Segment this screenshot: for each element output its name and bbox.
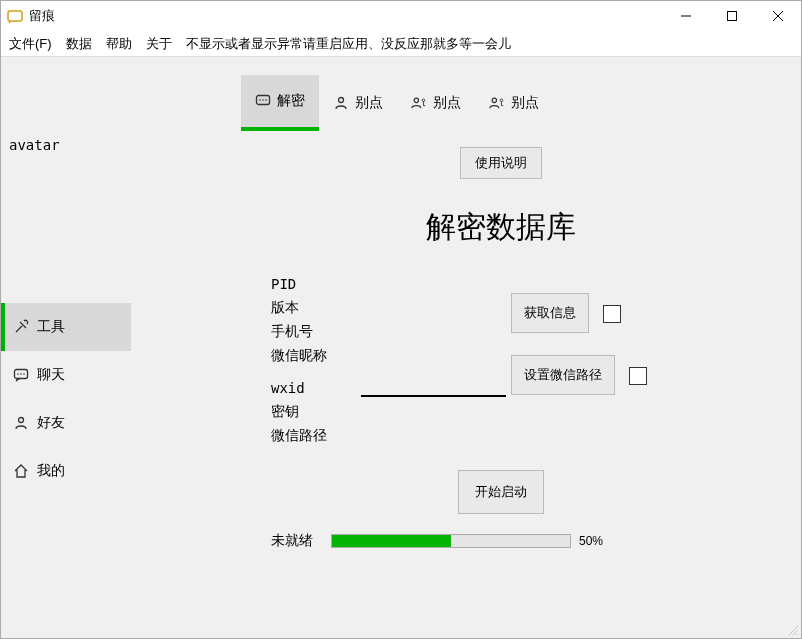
person-icon: [333, 95, 349, 111]
progress-percent: 50%: [579, 534, 603, 548]
home-icon: [13, 463, 29, 479]
window-title: 留痕: [29, 7, 663, 25]
tools-icon: [13, 319, 29, 335]
svg-point-8: [23, 373, 25, 375]
menu-file[interactable]: 文件(F): [9, 35, 52, 53]
label-version: 版本: [271, 299, 361, 317]
set-path-checkbox[interactable]: [629, 367, 647, 385]
svg-rect-2: [728, 12, 737, 21]
menu-help[interactable]: 帮助: [106, 35, 132, 53]
svg-line-21: [797, 634, 798, 635]
svg-point-11: [259, 99, 261, 101]
tab-label: 别点: [433, 94, 461, 112]
svg-point-12: [262, 99, 264, 101]
menu-hint: 不显示或者显示异常请重启应用、没反应那就多等一会儿: [186, 35, 511, 53]
label-secret: 密钥: [271, 403, 361, 421]
sidebar-item-label: 工具: [37, 318, 65, 336]
sidebar-item-friends[interactable]: 好友: [1, 399, 131, 447]
tab-label: 别点: [355, 94, 383, 112]
svg-point-17: [492, 98, 496, 102]
app-icon: [7, 8, 23, 24]
menu-data[interactable]: 数据: [66, 35, 92, 53]
label-phone: 手机号: [271, 323, 361, 341]
close-button[interactable]: [755, 1, 801, 31]
sidebar-item-mine[interactable]: 我的: [1, 447, 131, 495]
tab-dont-2[interactable]: 别点: [397, 75, 475, 131]
get-info-checkbox[interactable]: [603, 305, 621, 323]
svg-point-7: [20, 373, 22, 375]
menu-about[interactable]: 关于: [146, 35, 172, 53]
tab-dont-1[interactable]: 别点: [319, 75, 397, 131]
maximize-button[interactable]: [709, 1, 755, 31]
wxid-input[interactable]: [361, 379, 506, 397]
sidebar-item-tools[interactable]: 工具: [1, 303, 131, 351]
minimize-button[interactable]: [663, 1, 709, 31]
tab-dont-3[interactable]: 别点: [475, 75, 553, 131]
sidebar-item-label: 好友: [37, 414, 65, 432]
svg-point-14: [339, 98, 344, 103]
content: avatar 工具 聊天 好友 我的 解密 别点: [1, 57, 801, 638]
svg-point-13: [265, 99, 267, 101]
svg-rect-0: [8, 11, 22, 21]
progress-status: 未就绪: [271, 532, 331, 550]
window-controls: [663, 1, 801, 31]
tab-decrypt[interactable]: 解密: [241, 75, 319, 131]
label-wxid: wxid: [271, 380, 361, 396]
page-heading: 解密数据库: [201, 207, 801, 248]
tab-label: 别点: [511, 94, 539, 112]
sidebar-item-chat[interactable]: 聊天: [1, 351, 131, 399]
svg-point-16: [422, 99, 425, 102]
usage-button[interactable]: 使用说明: [460, 147, 542, 179]
start-button[interactable]: 开始启动: [458, 470, 544, 514]
main-panel: 解密 别点 别点 别点 使用说明 解密数据库 PID 版本 手机号 微信昵称: [131, 57, 801, 638]
svg-point-6: [17, 373, 19, 375]
label-nickname: 微信昵称: [271, 347, 361, 365]
menubar: 文件(F) 数据 帮助 关于 不显示或者显示异常请重启应用、没反应那就多等一会儿: [1, 31, 801, 57]
sidebar-item-label: 聊天: [37, 366, 65, 384]
get-info-group: 获取信息: [511, 293, 621, 333]
tab-label: 解密: [277, 92, 305, 110]
progress-bar: [331, 534, 571, 548]
sidebar-item-label: 我的: [37, 462, 65, 480]
svg-point-15: [414, 98, 418, 102]
key-person-icon: [411, 95, 427, 111]
get-info-button[interactable]: 获取信息: [511, 293, 589, 333]
tabs: 解密 别点 别点 别点: [241, 75, 801, 131]
chat-icon: [255, 93, 271, 109]
progress-fill: [332, 535, 451, 547]
svg-point-9: [19, 418, 24, 423]
titlebar: 留痕: [1, 1, 801, 31]
resize-grip[interactable]: [787, 624, 799, 636]
sidebar: avatar 工具 聊天 好友 我的: [1, 57, 131, 638]
set-path-group: 设置微信路径: [511, 355, 647, 395]
chat-icon: [13, 367, 29, 383]
person-icon: [13, 415, 29, 431]
svg-line-19: [789, 626, 798, 635]
label-pid: PID: [271, 276, 361, 292]
key-person-icon: [489, 95, 505, 111]
avatar-label: avatar: [1, 137, 131, 153]
svg-point-18: [500, 99, 503, 102]
label-path: 微信路径: [271, 427, 361, 445]
set-path-button[interactable]: 设置微信路径: [511, 355, 615, 395]
progress-row: 未就绪 50%: [271, 532, 801, 550]
